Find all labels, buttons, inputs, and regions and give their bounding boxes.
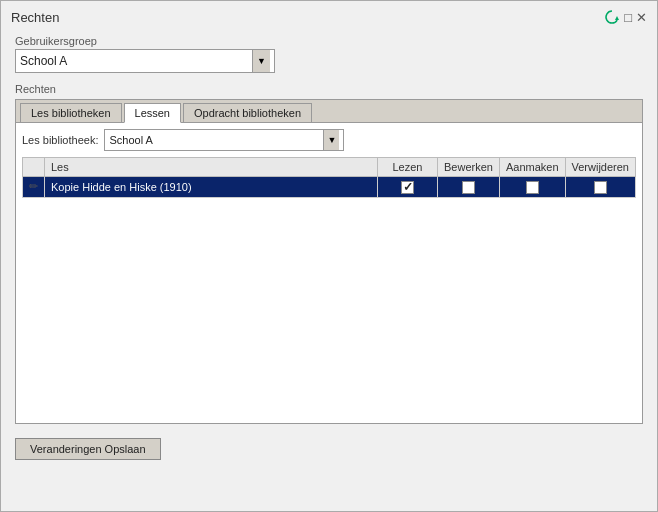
verwijderen-checkbox[interactable] xyxy=(594,181,607,194)
gebruikersgroep-label: Gebruikersgroep xyxy=(15,35,643,47)
save-row: Veranderingen Opslaan xyxy=(1,430,657,468)
col-verwijderen: Verwijderen xyxy=(565,158,635,177)
rechten-label: Rechten xyxy=(15,83,643,95)
tab-les-bibliotheken[interactable]: Les bibliotheken xyxy=(20,103,122,122)
lezen-checkbox[interactable] xyxy=(401,181,414,194)
save-button[interactable]: Veranderingen Opslaan xyxy=(15,438,161,460)
row-icon: ✏ xyxy=(23,177,45,198)
row-aanmaken-check[interactable] xyxy=(499,177,565,198)
table-header-row: Les Lezen Bewerken Aanmaken Verwijderen xyxy=(23,158,636,177)
col-bewerken: Bewerken xyxy=(438,158,500,177)
tabs-bar: Les bibliotheken Lessen Opdracht bibliot… xyxy=(16,100,642,123)
window-title: Rechten xyxy=(11,10,59,25)
tab-lessen[interactable]: Lessen xyxy=(124,103,181,123)
dropdown-arrow-icon[interactable]: ▼ xyxy=(252,50,270,72)
row-les-name: Kopie Hidde en Hiske (1910) xyxy=(45,177,378,198)
pencil-icon: ✏ xyxy=(29,180,38,192)
lessons-table: Les Lezen Bewerken Aanmaken Verwijderen … xyxy=(22,157,636,417)
aanmaken-checkbox[interactable] xyxy=(526,181,539,194)
col-icon xyxy=(23,158,45,177)
gebruikersgroep-dropdown[interactable]: School A ▼ xyxy=(15,49,275,73)
gebruikersgroep-value: School A xyxy=(20,54,252,68)
rechten-panel: Les bibliotheken Lessen Opdracht bibliot… xyxy=(15,99,643,424)
col-aanmaken: Aanmaken xyxy=(499,158,565,177)
lib-label: Les bibliotheek: xyxy=(22,134,98,146)
row-verwijderen-check[interactable] xyxy=(565,177,635,198)
close-icon[interactable]: ✕ xyxy=(636,10,647,25)
gebruikersgroep-dropdown-row: School A ▼ xyxy=(15,49,643,73)
lib-row: Les bibliotheek: School A ▼ xyxy=(22,129,636,151)
lib-dropdown-arrow-icon[interactable]: ▼ xyxy=(323,130,339,150)
lessen-panel: Les bibliotheek: School A ▼ Les Lezen Be… xyxy=(16,123,642,423)
lib-dropdown-value: School A xyxy=(109,134,323,146)
bewerken-checkbox[interactable] xyxy=(462,181,475,194)
col-les: Les xyxy=(45,158,378,177)
svg-marker-0 xyxy=(615,16,619,20)
empty-table-area xyxy=(23,197,636,417)
lib-dropdown[interactable]: School A ▼ xyxy=(104,129,344,151)
tab-opdracht-bibliotheken[interactable]: Opdracht bibliotheken xyxy=(183,103,312,122)
title-bar: Rechten □ ✕ xyxy=(1,1,657,29)
window-controls: □ ✕ xyxy=(604,9,647,25)
col-lezen: Lezen xyxy=(378,158,438,177)
table-row[interactable]: ✏ Kopie Hidde en Hiske (1910) xyxy=(23,177,636,198)
refresh-icon[interactable] xyxy=(604,9,620,25)
maximize-icon[interactable]: □ xyxy=(624,10,632,25)
row-bewerken-check[interactable] xyxy=(438,177,500,198)
main-window: Rechten □ ✕ Gebruikersgroep School A ▼ R… xyxy=(0,0,658,512)
row-lezen-check[interactable] xyxy=(378,177,438,198)
